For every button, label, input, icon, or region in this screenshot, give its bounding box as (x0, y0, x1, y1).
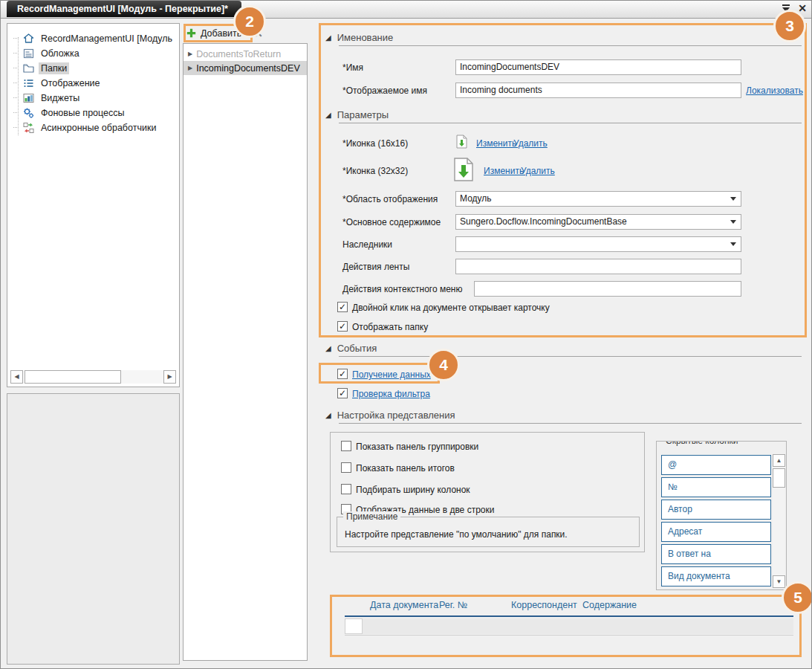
details-empty-panel (7, 393, 180, 665)
tree-horizontal-scrollbar[interactable]: ◀ ▶ (10, 370, 176, 384)
list-icon (22, 77, 35, 89)
divider (339, 123, 802, 123)
icon16-change-link[interactable]: Изменить (476, 138, 516, 149)
scroll-down-icon[interactable]: ▼ (773, 575, 785, 588)
app-window: RecordManagementUI [Модуль - Перекрытие]… (0, 0, 812, 669)
scroll-up-icon[interactable]: ▲ (773, 454, 785, 467)
list-item-label: IncomingDocumentsDEV (196, 63, 300, 74)
scrollbar-thumb[interactable] (773, 468, 785, 488)
divider (339, 45, 802, 46)
tree-item-label: Фоновые процессы (39, 107, 127, 119)
localize-link[interactable]: Локализовать (746, 85, 803, 96)
fit-columns-label: Подбирать ширину колонок (356, 485, 470, 495)
hidden-column-item[interactable]: Вид документа (661, 566, 771, 586)
descendants-label: Наследники (342, 239, 392, 250)
note-text: Настройте представление "по умолчанию" д… (345, 529, 568, 540)
collapse-icon: ◢ (325, 33, 331, 42)
list-item[interactable]: ▶ IncomingDocumentsDEV (183, 61, 307, 75)
widgets-icon (22, 92, 35, 104)
icon16-preview (456, 135, 467, 149)
collapse-icon: ◢ (325, 111, 331, 119)
column-header[interactable]: Дата документа (370, 600, 438, 610)
tree-item-module-root[interactable]: RecordManagementUI [Модуль (13, 31, 175, 45)
tree-item-label: Обложка (39, 48, 82, 59)
tree-item-widgets[interactable]: Виджеты (13, 91, 82, 105)
tree-item-folders[interactable]: Папки (13, 61, 69, 75)
hidden-columns-scrollbar[interactable]: ▲ ▼ (773, 454, 785, 588)
main-content-select[interactable]: Sungero.Docflow.IncomingDocumentBase (455, 214, 741, 230)
tree-item-async-handlers[interactable]: Асинхронные обработчики (13, 120, 158, 135)
show-totals-label: Показать панель итогов (356, 463, 455, 474)
hidden-column-item[interactable]: Автор (661, 500, 771, 520)
expander-icon[interactable]: ▶ (188, 51, 192, 57)
cover-icon (22, 48, 35, 59)
data-fetch-link[interactable]: Получение данных (352, 369, 431, 380)
show-grouping-label: Показать панель группировки (356, 442, 478, 452)
column-header[interactable]: Корреспондент (511, 600, 577, 610)
delete-icon[interactable]: ✕ (254, 28, 263, 39)
data-fetch-checkbox[interactable]: ✓ (337, 369, 348, 379)
tree-item-label: Папки (39, 62, 69, 74)
icon32-delete-link[interactable]: Удалить (521, 166, 555, 176)
icon32-preview (454, 158, 473, 181)
dblclick-checkbox[interactable]: ✓ (337, 302, 348, 312)
titlebar: RecordManagementUI [Модуль - Перекрытие]… (1, 1, 811, 19)
hidden-column-item[interactable]: В ответ на (661, 544, 771, 564)
display-name-input[interactable]: Incoming documents (455, 83, 741, 98)
context-menu-actions-input[interactable] (474, 281, 741, 297)
show-folder-checkbox[interactable]: ✓ (337, 321, 348, 332)
name-label: *Имя (342, 62, 363, 73)
document-tab[interactable]: RecordManagementUI [Модуль - Перекрытие]… (7, 1, 241, 17)
scroll-left-icon[interactable]: ◀ (10, 370, 23, 384)
plus-icon (186, 28, 196, 38)
descendants-select[interactable] (455, 236, 741, 252)
filter-check-link[interactable]: Проверка фильтра (352, 389, 430, 399)
display-area-select[interactable]: Модуль (455, 191, 741, 207)
scroll-right-icon[interactable]: ▶ (163, 370, 176, 384)
section-naming-header[interactable]: ◢ Именование (325, 32, 393, 43)
hidden-columns-box: Скрытые колонки @ № Автор Адресат В отве… (656, 441, 787, 590)
folders-list: ▶ DocumentsToReturn ▶ IncomingDocumentsD… (183, 43, 308, 661)
row-selector-cell[interactable] (345, 618, 363, 634)
table-row[interactable] (363, 618, 793, 634)
show-totals-checkbox[interactable] (341, 462, 351, 473)
module-tree-panel: RecordManagementUI [Модуль Обложка Папки… (7, 23, 180, 387)
hidden-column-item[interactable]: @ (661, 455, 771, 475)
window-menu-icon[interactable] (782, 4, 790, 13)
add-button[interactable]: Добавить (186, 26, 241, 40)
collapse-icon: ◢ (325, 411, 331, 419)
display-area-label: *Область отображения (342, 194, 438, 204)
preview-table: Дата документа Рег. № Корреспондент Соде… (339, 600, 796, 644)
tree-item-cover[interactable]: Обложка (13, 46, 82, 60)
filter-check-checkbox[interactable]: ✓ (337, 388, 348, 398)
show-grouping-checkbox[interactable] (341, 441, 351, 451)
list-item[interactable]: ▶ DocumentsToReturn (183, 47, 307, 61)
close-icon[interactable]: ✕ (798, 3, 807, 13)
section-view-settings-header[interactable]: ◢ Настройка представления (325, 410, 455, 421)
tree-item-background-processes[interactable]: Фоновые процессы (13, 106, 127, 120)
tree-item-display[interactable]: Отображение (13, 76, 102, 90)
icon32-change-link[interactable]: Изменить (484, 166, 524, 176)
column-header[interactable]: Рег. № (439, 600, 467, 610)
section-title: Именование (337, 32, 394, 43)
section-events-header[interactable]: ◢ События (325, 343, 377, 354)
icon16-delete-link[interactable]: Удалить (513, 138, 548, 149)
async-icon (22, 122, 35, 134)
home-icon (22, 33, 35, 45)
hidden-column-item[interactable]: Адресат (661, 522, 771, 542)
hidden-column-item[interactable]: № (661, 477, 771, 497)
section-params-header[interactable]: ◢ Параметры (325, 109, 389, 120)
header-underline (345, 615, 793, 617)
expander-icon[interactable]: ▶ (188, 65, 192, 71)
ribbon-actions-input[interactable] (455, 259, 741, 274)
divider (339, 356, 802, 357)
section-title: Параметры (337, 109, 389, 120)
tab-title: RecordManagementUI [Модуль - Перекрытие]… (17, 4, 228, 14)
name-input[interactable]: IncomingDocumentsDEV (455, 59, 741, 75)
scrollbar-thumb[interactable] (25, 370, 121, 384)
chevron-down-icon (730, 220, 736, 224)
annotation-badge-4: 4 (427, 349, 460, 381)
fit-columns-checkbox[interactable] (341, 484, 351, 494)
column-header[interactable]: Содержание (582, 600, 637, 610)
collapse-icon: ◢ (325, 344, 331, 352)
